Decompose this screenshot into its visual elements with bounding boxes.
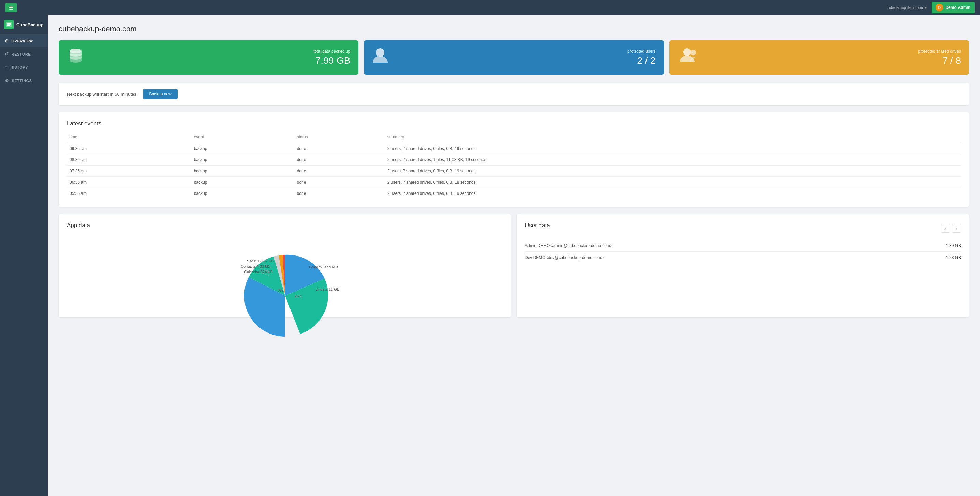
sidebar-item-label-history: HISTORY: [10, 65, 28, 70]
stat-card-total-data: total data backed up 7.99 GB: [59, 40, 358, 74]
users-icon: [678, 47, 697, 68]
event-cell-summary: 2 users, 7 shared drives, 0 files, 0 B, …: [385, 143, 961, 154]
table-row: 05:36 ambackupdone2 users, 7 shared driv…: [67, 188, 961, 199]
svg-point-2: [376, 48, 384, 57]
stat-card-label-drives: protected shared drives: [918, 49, 961, 54]
stat-cards: total data backed up 7.99 GB protected u…: [59, 40, 969, 74]
sidebar-item-restore[interactable]: ↺ RESTORE: [0, 48, 48, 61]
table-row: 06:36 ambackupdone2 users, 7 shared driv…: [67, 177, 961, 188]
domain-arrow-icon: ▼: [924, 6, 928, 10]
next-arrow-button[interactable]: ›: [952, 224, 961, 233]
event-cell-status: done: [294, 154, 385, 166]
stat-card-content-users: protected users 2 / 2: [627, 49, 656, 66]
event-cell-summary: 2 users, 7 shared drives, 1 files, 11.08…: [385, 154, 961, 166]
restore-icon: ↺: [5, 51, 9, 57]
settings-icon: ⚙: [5, 78, 9, 83]
col-status: status: [294, 133, 385, 143]
user-data-list: Admin DEMO<admin@cubebackup-demo.com>1.3…: [525, 240, 961, 263]
sidebar-logo: CubeBackup: [0, 15, 48, 34]
sidebar-nav: CubeBackup ⊙ OVERVIEW ↺ RESTORE ○ HISTOR…: [0, 15, 48, 496]
center-percent-label: 0%: [278, 288, 283, 292]
event-cell-summary: 2 users, 7 shared drives, 0 files, 0 B, …: [385, 177, 961, 188]
drive-label: Drive:2.11 GB: [316, 287, 339, 291]
col-event: event: [191, 133, 294, 143]
user-data-size: 1.39 GB: [946, 243, 961, 248]
stat-card-label-users: protected users: [627, 49, 656, 54]
event-cell-time: 07:36 am: [67, 166, 191, 177]
user-name: Demo Admin: [945, 5, 970, 10]
event-cell-status: done: [294, 143, 385, 154]
database-icon: [67, 47, 84, 68]
nav-arrows: ‹ ›: [941, 224, 961, 233]
stat-card-content-drives: protected shared drives 7 / 8: [918, 49, 961, 66]
sidebar-item-settings[interactable]: ⚙ SETTINGS: [0, 74, 48, 87]
app-logo-icon: [4, 20, 14, 29]
event-cell-summary: 2 users, 7 shared drives, 0 files, 0 B, …: [385, 166, 961, 177]
event-cell-event: backup: [191, 188, 294, 199]
stat-card-label-total-data: total data backed up: [313, 49, 350, 54]
sidebar-item-label-restore: RESTORE: [11, 52, 31, 56]
info-bar: Next backup will start in 56 minutes. Ba…: [59, 83, 969, 105]
latest-events-panel: Latest events time event status summary …: [59, 112, 969, 207]
event-cell-status: done: [294, 166, 385, 177]
event-cell-time: 09:36 am: [67, 143, 191, 154]
stat-card-content-total-data: total data backed up 7.99 GB: [313, 49, 350, 66]
event-cell-status: done: [294, 177, 385, 188]
list-item: Dev DEMO<dev@cubebackup-demo.com>1.23 GB: [525, 252, 961, 263]
svg-point-3: [683, 48, 691, 56]
backup-now-button[interactable]: Backup now: [143, 89, 177, 99]
user-icon: [372, 47, 388, 68]
user-data-name: Admin DEMO<admin@cubebackup-demo.com>: [525, 243, 612, 248]
event-cell-time: 05:36 am: [67, 188, 191, 199]
stat-card-protected-users: protected users 2 / 2: [364, 40, 663, 74]
event-cell-event: backup: [191, 154, 294, 166]
app-data-panel: App data: [59, 214, 511, 317]
drive-percent-label: 26%: [294, 294, 302, 298]
user-data-title: User data: [525, 222, 550, 229]
backup-schedule-message: Next backup will start in 56 minutes.: [67, 92, 137, 97]
events-table: time event status summary 09:36 ambackup…: [67, 133, 961, 199]
prev-arrow-button[interactable]: ‹: [941, 224, 950, 233]
table-row: 08:36 ambackupdone2 users, 7 shared driv…: [67, 154, 961, 166]
topbar-left: ☰: [5, 3, 17, 12]
user-data-name: Dev DEMO<dev@cubebackup-demo.com>: [525, 255, 603, 260]
topbar: ☰ cubebackup-demo.com ▼ D Demo Admin: [0, 0, 980, 15]
event-cell-summary: 2 users, 7 shared drives, 0 files, 0 B, …: [385, 188, 961, 199]
sidebar-item-history[interactable]: ○ HISTORY: [0, 61, 48, 74]
domain-name: cubebackup-demo.com: [888, 6, 923, 10]
list-item: Admin DEMO<admin@cubebackup-demo.com>1.3…: [525, 240, 961, 252]
page-title: cubebackup-demo.com: [59, 25, 969, 33]
user-avatar: D: [935, 4, 943, 11]
hamburger-button[interactable]: ☰: [5, 3, 17, 12]
table-row: 09:36 ambackupdone2 users, 7 shared driv…: [67, 143, 961, 154]
app-wrapper: CubeBackup ⊙ OVERVIEW ↺ RESTORE ○ HISTOR…: [0, 15, 980, 496]
stat-card-value-total-data: 7.99 GB: [313, 55, 350, 66]
domain-selector[interactable]: cubebackup-demo.com ▼: [888, 6, 928, 10]
sites-label: Sites:266.67 KB: [247, 259, 274, 263]
stat-card-protected-drives: protected shared drives 7 / 8: [669, 40, 969, 74]
pie-chart-container: Gmail:513.59 MB Drive:2.11 GB Sites:266.…: [67, 235, 503, 309]
calendar-label: Calendar:524 KB: [244, 270, 273, 274]
bottom-panels: App data: [59, 214, 969, 324]
svg-point-4: [690, 50, 696, 55]
stat-card-value-users: 2 / 2: [627, 55, 656, 66]
app-data-title: App data: [67, 222, 503, 229]
event-cell-event: backup: [191, 177, 294, 188]
main-content: cubebackup-demo.com total data backed up…: [48, 15, 980, 496]
sidebar-item-label-overview: OVERVIEW: [11, 39, 33, 43]
col-time: time: [67, 133, 191, 143]
pie-chart: Gmail:513.59 MB Drive:2.11 GB Sites:266.…: [227, 238, 343, 306]
history-icon: ○: [5, 65, 8, 70]
topbar-right: cubebackup-demo.com ▼ D Demo Admin: [888, 2, 975, 13]
stat-card-value-drives: 7 / 8: [918, 55, 961, 66]
sidebar-item-overview[interactable]: ⊙ OVERVIEW: [0, 34, 48, 48]
col-summary: summary: [385, 133, 961, 143]
event-cell-time: 06:36 am: [67, 177, 191, 188]
event-cell-event: backup: [191, 166, 294, 177]
overview-icon: ⊙: [5, 38, 9, 43]
table-row: 07:36 ambackupdone2 users, 7 shared driv…: [67, 166, 961, 177]
event-cell-time: 08:36 am: [67, 154, 191, 166]
gmail-label: Gmail:513.59 MB: [309, 265, 338, 269]
user-badge[interactable]: D Demo Admin: [932, 2, 975, 13]
event-cell-status: done: [294, 188, 385, 199]
